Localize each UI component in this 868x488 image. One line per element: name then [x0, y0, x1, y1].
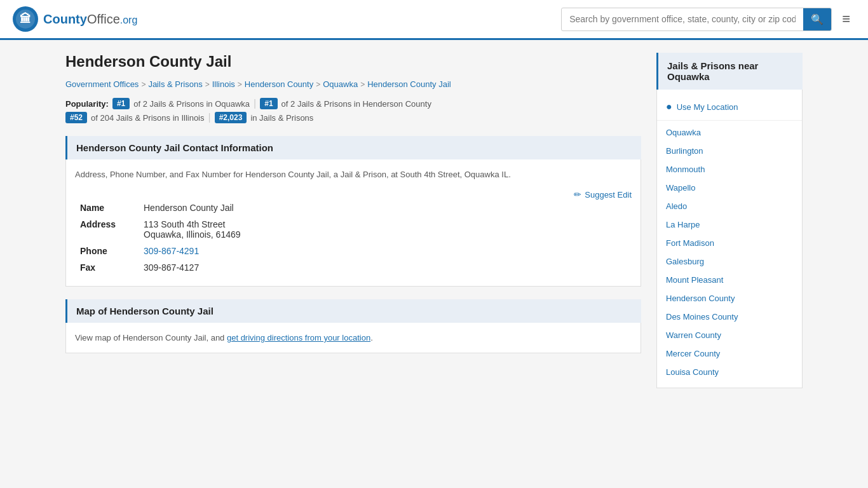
rank2-badge: #1 [260, 98, 277, 109]
search-box: 🔍 [561, 8, 832, 31]
popularity-label: Popularity: [65, 99, 109, 109]
suggest-edit-link[interactable]: ✏ Suggest Edit [574, 189, 632, 200]
fax-label: Fax [75, 259, 139, 276]
name-value: Henderson County Jail [139, 200, 632, 216]
sidebar-link-fortmadison[interactable]: Fort Madison [657, 234, 802, 252]
suggest-edit-icon: ✏ [574, 189, 581, 200]
sidebar-header: Jails & Prisons near Oquawka [656, 53, 803, 90]
contact-info-table: Name Henderson County Jail Address 113 S… [75, 200, 632, 276]
sidebar-divider [657, 120, 802, 121]
table-row-fax: Fax 309-867-4127 [75, 259, 632, 276]
breadcrumb-link-4[interactable]: Oquawka [323, 79, 358, 89]
contact-description: Address, Phone Number, and Fax Number fo… [75, 170, 632, 179]
hamburger-icon: ≡ [842, 11, 850, 27]
sidebar-link-oquawka[interactable]: Oquawka [657, 123, 802, 142]
sidebar: Jails & Prisons near Oquawka ● Use My Lo… [656, 53, 803, 388]
breadcrumb-sep-2: > [238, 80, 242, 89]
sidebar-link-wapello[interactable]: Wapello [657, 179, 802, 197]
sidebar-header-line2: Oquawka [667, 71, 710, 82]
popularity-section: Popularity: #1 of 2 Jails & Prisons in O… [65, 98, 641, 123]
logo-label: CountyOffice.org [43, 12, 137, 27]
breadcrumb-link-0[interactable]: Government Offices [65, 79, 139, 89]
breadcrumb-link-3[interactable]: Henderson County [245, 79, 313, 89]
use-location-label: Use My Location [677, 102, 738, 112]
map-desc-suffix: . [370, 333, 373, 342]
sidebar-link-monmouth[interactable]: Monmouth [657, 160, 802, 179]
search-area: 🔍 ≡ [561, 8, 855, 31]
sidebar-link-mercercounty[interactable]: Mercer County [657, 344, 802, 363]
sidebar-link-burlington[interactable]: Burlington [657, 142, 802, 160]
search-button[interactable]: 🔍 [803, 8, 831, 30]
page-title: Henderson County Jail [65, 53, 641, 71]
rank2-text: of 2 Jails & Prisons in Henderson County [281, 99, 431, 109]
map-desc-prefix: View map of Henderson County Jail, and [75, 333, 227, 342]
address-label: Address [75, 216, 139, 243]
site-header: 🏛 CountyOffice.org 🔍 ≡ [0, 0, 868, 40]
sidebar-body: ● Use My Location Oquawka Burlington Mon… [656, 90, 803, 388]
breadcrumb-sep-0: > [141, 80, 146, 89]
sidebar-link-aledo[interactable]: Aledo [657, 197, 802, 215]
phone-link[interactable]: 309-867-4291 [144, 246, 199, 256]
contact-section: Henderson County Jail Contact Informatio… [65, 136, 641, 287]
menu-button[interactable]: ≡ [837, 8, 855, 30]
breadcrumb-sep-3: > [316, 80, 320, 89]
location-icon: ● [666, 101, 672, 112]
sidebar-link-hendersoncounty[interactable]: Henderson County [657, 289, 802, 308]
address-line1: 113 South 4th Street [144, 219, 627, 229]
phone-value: 309-867-4291 [139, 243, 632, 259]
rank4-text: in Jails & Prisons [250, 113, 313, 123]
sidebar-link-mountpleasant[interactable]: Mount Pleasant [657, 271, 802, 289]
table-row-address: Address 113 South 4th Street Oquawka, Il… [75, 216, 632, 243]
rank3-badge: #52 [65, 112, 87, 123]
breadcrumb-link-2[interactable]: Illinois [212, 79, 235, 89]
breadcrumb-sep-4: > [360, 80, 365, 89]
search-icon: 🔍 [811, 14, 824, 25]
table-row-phone: Phone 309-867-4291 [75, 243, 632, 259]
suggest-edit-label: Suggest Edit [585, 190, 632, 200]
sidebar-link-desmoines[interactable]: Des Moines County [657, 308, 802, 326]
logo-icon: 🏛 [13, 6, 38, 32]
rank1-badge: #1 [112, 98, 130, 109]
svg-text:🏛: 🏛 [20, 12, 31, 25]
table-row-name: Name Henderson County Jail [75, 200, 632, 216]
map-section-body: View map of Henderson County Jail, and g… [65, 323, 641, 353]
phone-label: Phone [75, 243, 139, 259]
sidebar-header-line1: Jails & Prisons near [667, 60, 758, 71]
contact-section-header: Henderson County Jail Contact Informatio… [65, 136, 641, 159]
address-line2: Oquawka, Illinois, 61469 [144, 229, 627, 240]
sidebar-link-galesburg[interactable]: Galesburg [657, 252, 802, 271]
map-section: Map of Henderson County Jail View map of… [65, 299, 641, 353]
rank4-badge: #2,023 [215, 112, 247, 123]
search-input[interactable] [562, 9, 803, 29]
sidebar-link-laharpe[interactable]: La Harpe [657, 215, 802, 234]
map-section-header: Map of Henderson County Jail [65, 299, 641, 323]
directions-link[interactable]: get driving directions from your locatio… [227, 333, 370, 342]
fax-value: 309-867-4127 [139, 259, 632, 276]
logo-area: 🏛 CountyOffice.org [13, 6, 137, 32]
breadcrumb: Government Offices > Jails & Prisons > I… [65, 79, 641, 89]
name-label: Name [75, 200, 139, 216]
map-description: View map of Henderson County Jail, and g… [75, 333, 632, 342]
rank1-text: of 2 Jails & Prisons in Oquawka [133, 99, 250, 109]
sidebar-link-louisacounty[interactable]: Louisa County [657, 363, 802, 381]
sidebar-link-warrencounty[interactable]: Warren County [657, 326, 802, 344]
address-value: 113 South 4th Street Oquawka, Illinois, … [139, 216, 632, 243]
breadcrumb-link-1[interactable]: Jails & Prisons [148, 79, 202, 89]
contact-section-body: Address, Phone Number, and Fax Number fo… [65, 159, 641, 287]
breadcrumb-sep-1: > [205, 80, 210, 89]
main-wrapper: Henderson County Jail Government Offices… [53, 40, 815, 401]
content-area: Henderson County Jail Government Offices… [65, 53, 641, 388]
use-location-link[interactable]: ● Use My Location [657, 96, 802, 118]
breadcrumb-link-5[interactable]: Henderson County Jail [367, 79, 451, 89]
rank3-text: of 204 Jails & Prisons in Illinois [91, 113, 204, 123]
